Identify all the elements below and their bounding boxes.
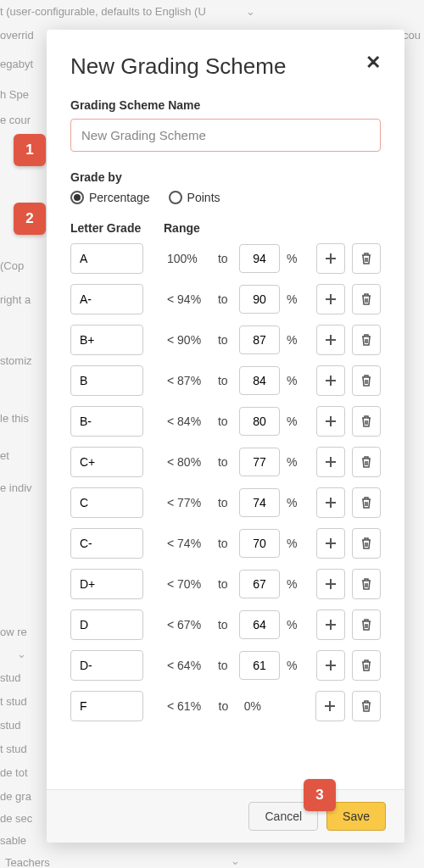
plus-icon [325, 293, 337, 305]
range-lower-input[interactable] [239, 448, 280, 476]
grade-row: < 64%to% [70, 650, 381, 681]
bg-text: et [0, 449, 9, 462]
bg-text: e cour [0, 114, 31, 126]
bg-text: stud [0, 671, 21, 684]
letter-grade-input[interactable] [70, 528, 143, 559]
trash-icon [360, 659, 372, 672]
chevron-down-icon: ⌄ [231, 854, 240, 867]
delete-row-button[interactable] [352, 447, 381, 477]
add-row-button[interactable] [316, 487, 345, 518]
range-lower-input[interactable] [239, 407, 280, 436]
modal-footer: Cancel Save [47, 789, 404, 843]
range-lower-input[interactable] [239, 326, 280, 354]
add-row-button[interactable] [316, 365, 345, 396]
range-upper: < 90% [167, 333, 211, 347]
radio-percentage[interactable]: Percentage [70, 191, 150, 204]
trash-icon [360, 374, 372, 387]
to-text: to [218, 292, 232, 306]
radio-label: Percentage [89, 191, 150, 204]
radio-icon [70, 191, 84, 204]
modal-body: Grading Scheme Name Grade by Percentage … [47, 93, 404, 789]
add-row-button[interactable] [316, 528, 345, 559]
bg-text: (Cop [0, 259, 24, 272]
letter-grade-input[interactable] [70, 406, 143, 437]
letter-grade-input[interactable] [70, 243, 143, 274]
grade-row: < 87%to% [70, 365, 381, 396]
grade-row: < 90%to% [70, 325, 381, 355]
delete-row-button[interactable] [352, 365, 381, 396]
bg-text: t (user-configurable, defaults to Englis… [0, 5, 206, 18]
letter-grade-input[interactable] [70, 691, 143, 721]
delete-row-button[interactable] [352, 406, 381, 437]
delete-row-button[interactable] [352, 650, 381, 681]
add-row-button[interactable] [316, 569, 345, 599]
to-text: to [218, 618, 232, 632]
trash-icon [360, 537, 372, 550]
grade-row: < 94%to% [70, 284, 381, 314]
percent-symbol [286, 699, 302, 713]
grade-row: 100%to% [70, 243, 381, 274]
percent-symbol: % [287, 537, 303, 550]
bg-text: de sec [0, 812, 32, 825]
range-lower-input[interactable] [239, 244, 280, 273]
add-row-button[interactable] [316, 447, 345, 477]
letter-grade-input[interactable] [70, 569, 143, 599]
range-lower-input[interactable] [239, 488, 280, 517]
bg-text: stud [0, 719, 21, 732]
radio-points[interactable]: Points [169, 191, 220, 204]
add-row-button[interactable] [316, 284, 345, 314]
range-upper: < 77% [167, 496, 211, 509]
delete-row-button[interactable] [352, 487, 381, 518]
scheme-name-input[interactable] [70, 119, 381, 152]
bg-text: e indiv [0, 481, 32, 494]
letter-grade-input[interactable] [70, 325, 143, 355]
delete-row-button[interactable] [352, 284, 381, 314]
trash-icon [360, 415, 372, 428]
range-lower-input[interactable] [239, 366, 280, 395]
letter-grade-input[interactable] [70, 609, 143, 640]
range-lower-input[interactable] [239, 529, 280, 558]
delete-row-button[interactable] [352, 609, 381, 640]
chevron-down-icon: ⌄ [17, 648, 26, 660]
letter-grade-input[interactable] [70, 365, 143, 396]
range-upper: 100% [167, 252, 211, 265]
range-upper: < 70% [167, 577, 211, 591]
bg-text: sable [0, 834, 26, 847]
range-lower-input[interactable] [239, 570, 280, 598]
range-upper: < 80% [167, 455, 211, 469]
delete-row-button[interactable] [352, 691, 382, 721]
letter-grade-input[interactable] [70, 447, 143, 477]
letter-grade-input[interactable] [70, 284, 143, 314]
add-row-button[interactable] [316, 609, 345, 640]
delete-row-button[interactable] [352, 528, 381, 559]
range-upper: < 61% [167, 699, 212, 713]
plus-icon [325, 415, 337, 427]
chevron-down-icon: ⌄ [246, 5, 255, 18]
letter-grade-input[interactable] [70, 650, 143, 681]
close-button[interactable]: ✕ [365, 53, 381, 72]
grade-row: < 70%to% [70, 569, 381, 599]
grade-row: < 80%to% [70, 447, 381, 477]
add-row-button[interactable] [316, 650, 345, 681]
close-icon: ✕ [365, 52, 381, 73]
radio-label: Points [187, 191, 220, 204]
add-row-button[interactable] [316, 325, 345, 355]
delete-row-button[interactable] [352, 243, 381, 274]
grade-table: Letter Grade Range 100%to%< 94%to%< 90%t… [70, 221, 381, 721]
grade-row: < 84%to% [70, 406, 381, 437]
range-lower-text: 0% [240, 699, 279, 713]
add-row-button[interactable] [316, 243, 345, 274]
scheme-name-label: Grading Scheme Name [70, 98, 381, 112]
add-row-button[interactable] [315, 691, 345, 721]
delete-row-button[interactable] [352, 325, 381, 355]
range-lower-input[interactable] [239, 651, 280, 680]
range-lower-input[interactable] [239, 285, 280, 314]
letter-grade-input[interactable] [70, 487, 143, 518]
plus-icon [325, 456, 337, 468]
bg-text: egabyt [0, 58, 33, 70]
add-row-button[interactable] [316, 406, 345, 437]
to-text: to [218, 333, 232, 347]
range-lower-input[interactable] [239, 610, 280, 639]
delete-row-button[interactable] [352, 569, 381, 599]
plus-icon [324, 700, 336, 712]
